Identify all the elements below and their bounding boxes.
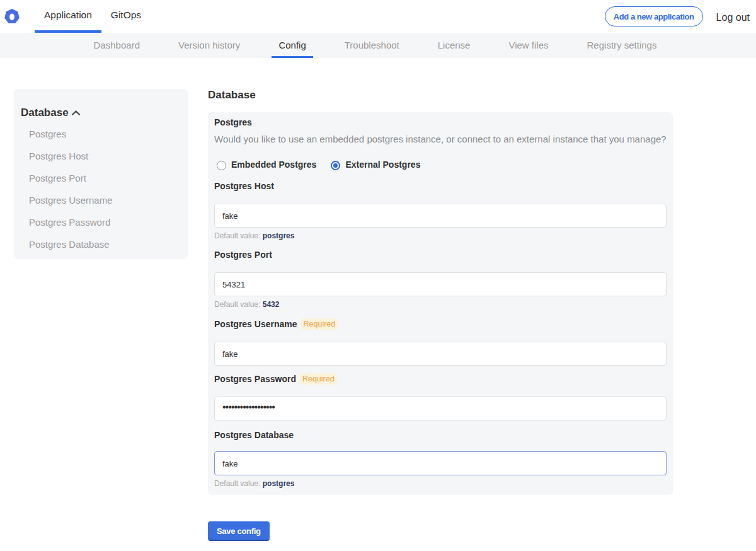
app-logo-icon <box>4 9 20 23</box>
field-postgres-database: Postgres DatabaseDefault value: postgres <box>214 430 667 488</box>
subnav: DashboardVersion historyConfigTroublesho… <box>0 33 756 57</box>
radio-checked-icon[interactable] <box>331 161 340 170</box>
sidebar-item-postgres-username[interactable]: Postgres Username <box>29 195 181 206</box>
config-group-card: Postgres Would you like to use an embedd… <box>208 112 673 495</box>
sidebar-item-postgres[interactable]: Postgres <box>29 129 181 139</box>
config-content: Database Postgres Would you like to use … <box>208 89 673 541</box>
required-badge: Required <box>300 373 337 385</box>
sidebar-group-title: Database <box>21 107 69 119</box>
top-header: ApplicationGitOps Add a new application … <box>0 0 756 33</box>
radio-unchecked-icon[interactable] <box>217 161 226 170</box>
subnav-tab-config[interactable]: Config <box>272 33 312 57</box>
default-value: 5432 <box>263 300 280 309</box>
postgres-radio-group: Embedded PostgresExternal Postgres <box>214 160 667 170</box>
default-value: postgres <box>263 479 295 488</box>
radio-label: Embedded Postgres <box>231 160 316 170</box>
field-label: Postgres Database <box>214 430 294 441</box>
app-tabs: ApplicationGitOps <box>35 0 151 33</box>
radio-option-external-postgres[interactable]: External Postgres <box>331 160 420 170</box>
field-postgres-host: Postgres HostDefault value: postgres <box>214 181 667 240</box>
field-default-help: Default value: postgres <box>214 479 667 488</box>
default-value: postgres <box>263 231 295 240</box>
config-sidebar: Database PostgresPostgres HostPostgres P… <box>14 89 188 259</box>
field-label: Postgres Username <box>214 319 297 330</box>
logout-link[interactable]: Log out <box>716 12 750 23</box>
radio-option-embedded-postgres[interactable]: Embedded Postgres <box>217 160 316 170</box>
subnav-tab-troubleshoot[interactable]: Troubleshoot <box>338 33 406 57</box>
sidebar-items: PostgresPostgres HostPostgres PortPostgr… <box>21 129 181 250</box>
chevron-up-icon <box>71 110 81 116</box>
default-label: Default value: <box>214 231 260 240</box>
group-title: Postgres <box>214 117 667 128</box>
field-default-help: Default value: postgres <box>214 231 667 240</box>
subnav-tab-version-history[interactable]: Version history <box>171 33 247 57</box>
field-label: Postgres Password <box>214 374 296 385</box>
field-postgres-password: Postgres PasswordRequired <box>214 373 667 420</box>
radio-label: External Postgres <box>345 160 420 170</box>
subnav-tab-license[interactable]: License <box>431 33 478 57</box>
required-badge: Required <box>301 318 338 330</box>
input-postgres-port[interactable] <box>214 272 667 296</box>
field-postgres-port: Postgres PortDefault value: 5432 <box>214 250 667 309</box>
add-application-button[interactable]: Add a new application <box>605 6 703 26</box>
default-label: Default value: <box>214 479 260 488</box>
field-postgres-username: Postgres UsernameRequired <box>214 318 667 366</box>
header-tab-gitops[interactable]: GitOps <box>101 0 151 33</box>
field-default-help: Default value: 5432 <box>214 300 667 309</box>
default-label: Default value: <box>214 300 260 309</box>
subnav-tab-registry-settings[interactable]: Registry settings <box>580 33 664 57</box>
subnav-tab-dashboard[interactable]: Dashboard <box>87 33 147 57</box>
field-label: Postgres Port <box>214 250 272 260</box>
field-label: Postgres Host <box>214 181 274 192</box>
fields: Postgres HostDefault value: postgresPost… <box>214 181 667 488</box>
sidebar-item-postgres-database[interactable]: Postgres Database <box>29 239 181 250</box>
app-logo[interactable] <box>0 10 35 23</box>
input-postgres-password[interactable] <box>214 397 667 420</box>
sidebar-item-postgres-port[interactable]: Postgres Port <box>29 173 181 183</box>
page-title: Database <box>208 89 673 102</box>
input-postgres-host[interactable] <box>214 204 667 228</box>
input-postgres-database[interactable] <box>214 451 667 475</box>
sidebar-group-database[interactable]: Database <box>21 107 181 119</box>
header-tab-application[interactable]: Application <box>35 0 101 33</box>
page-layout: Database PostgresPostgres HostPostgres P… <box>0 57 756 541</box>
sidebar-item-postgres-host[interactable]: Postgres Host <box>29 151 181 161</box>
sidebar-item-postgres-password[interactable]: Postgres Password <box>29 217 181 228</box>
topbar-right: Add a new application Log out <box>605 6 756 26</box>
group-description: Would you like to use an embedded postgr… <box>214 134 667 144</box>
subnav-tab-view-files[interactable]: View files <box>501 33 555 57</box>
save-config-button[interactable]: Save config <box>208 521 270 541</box>
input-postgres-username[interactable] <box>214 342 667 366</box>
